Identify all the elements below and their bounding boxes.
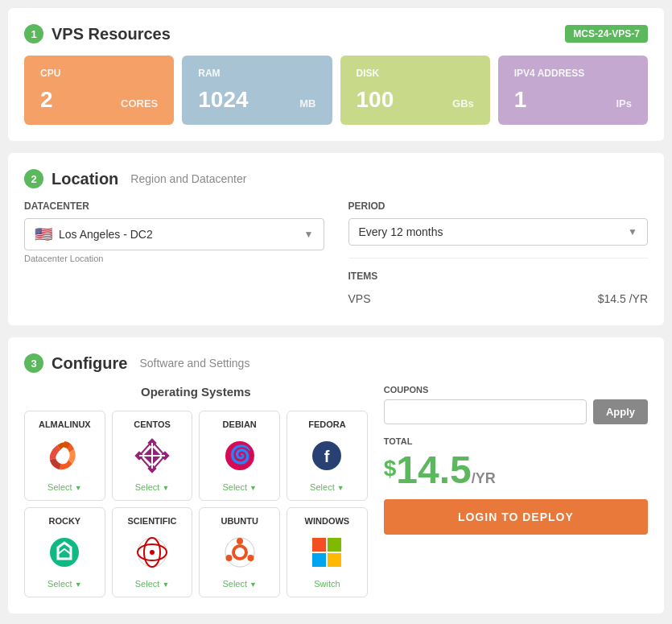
cpu-card: CPU 2 CORES — [24, 56, 174, 125]
total-price: $14.5/YR — [384, 451, 648, 490]
period-label: PERIOD — [348, 200, 649, 212]
os-card-windows[interactable]: WINDOWS Switch — [287, 507, 368, 597]
us-flag-icon: 🇺🇸 — [35, 225, 52, 243]
total-label: TOTAL — [384, 436, 648, 446]
period-chevron-icon: ▼ — [628, 226, 637, 238]
os-centos-name: CENTOS — [117, 419, 188, 429]
svg-point-19 — [237, 538, 243, 544]
datacenter-value: Los Angeles - DC2 — [59, 228, 153, 241]
section1-title: VPS Resources — [52, 25, 171, 43]
svg-rect-22 — [312, 538, 326, 552]
ram-value: 1024 — [198, 87, 248, 113]
datacenter-hint: Datacenter Location — [24, 254, 324, 263]
cpu-label: CPU — [40, 68, 158, 79]
cpu-value: 2 — [40, 87, 53, 113]
fedora-icon: f — [307, 436, 347, 476]
os-card-ubuntu[interactable]: UBUNTU Select ▼ — [199, 507, 280, 597]
ipv4-card: IPV4 ADDRESS 1 IPs — [498, 56, 648, 125]
step-1-badge: 1 — [24, 24, 43, 43]
ram-card: RAM 1024 MB — [182, 56, 332, 125]
os-card-rocky[interactable]: ROCKY Select ▼ — [24, 507, 105, 597]
total-period: /YR — [472, 470, 496, 486]
os-debian-name: DEBIAN — [204, 419, 275, 429]
datacenter-label: Datacenter — [24, 200, 324, 212]
disk-card: DISK 100 GBs — [340, 56, 490, 125]
os-grid: ALMALINUX — [24, 411, 368, 597]
currency-symbol: $ — [384, 451, 397, 480]
ram-unit: MB — [299, 97, 315, 110]
os-card-almalinux[interactable]: ALMALINUX — [24, 411, 105, 501]
items-name: VPS — [348, 292, 371, 305]
deploy-button[interactable]: LOGIN TO DEPLOY — [384, 499, 648, 535]
ipv4-value: 1 — [514, 87, 527, 113]
section3-title: Configure — [52, 354, 127, 373]
almalinux-icon — [44, 436, 85, 476]
os-rocky-name: ROCKY — [29, 516, 101, 526]
scientific-select-btn[interactable]: Select ▼ — [117, 579, 188, 589]
svg-point-20 — [225, 555, 232, 561]
scientific-icon — [132, 532, 172, 572]
debian-select-btn[interactable]: Select ▼ — [204, 482, 275, 492]
ubuntu-icon — [220, 532, 260, 572]
windows-icon — [307, 532, 347, 572]
section3-subtitle: Software and Settings — [139, 357, 249, 370]
os-card-scientific[interactable]: SCIENTIFIC Select ▼ — [112, 507, 193, 597]
os-ubuntu-name: UBUNTU — [204, 516, 275, 526]
svg-rect-24 — [312, 553, 326, 567]
disk-value: 100 — [357, 87, 394, 113]
os-fedora-name: FEDORA — [291, 419, 363, 429]
debian-icon: 🌀 — [220, 436, 260, 476]
apply-button[interactable]: Apply — [593, 399, 648, 424]
step-3-badge: 3 — [24, 353, 43, 373]
vps-badge: MCS-24-VPS-7 — [565, 25, 648, 43]
svg-point-16 — [150, 550, 155, 555]
section2-subtitle: Region and Datacenter — [130, 172, 246, 185]
rocky-select-btn[interactable]: Select ▼ — [29, 579, 101, 589]
total-value: 14.5 — [396, 448, 471, 491]
disk-label: DISK — [357, 68, 474, 79]
period-value: Every 12 months — [359, 225, 443, 238]
os-card-fedora[interactable]: FEDORA f Select ▼ — [287, 411, 368, 501]
ipv4-unit: IPs — [616, 97, 632, 110]
coupon-input[interactable] — [384, 399, 587, 424]
chevron-down-icon: ▼ — [304, 229, 314, 240]
os-card-centos[interactable]: CENTOS — [112, 411, 193, 501]
os-almalinux-name: ALMALINUX — [29, 419, 101, 429]
items-label: ITEMS — [348, 271, 649, 282]
os-section-title: Operating Systems — [24, 385, 368, 399]
disk-unit: GBs — [452, 97, 474, 110]
os-card-debian[interactable]: DEBIAN 🌀 Select ▼ — [199, 411, 280, 501]
items-price: $14.5 /YR — [598, 292, 648, 305]
section2-title: Location — [52, 170, 118, 188]
svg-point-21 — [247, 555, 254, 561]
svg-text:🌀: 🌀 — [229, 444, 251, 465]
cpu-unit: CORES — [121, 97, 158, 110]
ubuntu-select-btn[interactable]: Select ▼ — [204, 579, 275, 589]
ipv4-label: IPV4 ADDRESS — [514, 68, 632, 79]
period-select[interactable]: Every 12 months ▼ — [348, 218, 649, 246]
windows-select-btn[interactable]: Switch — [291, 579, 363, 589]
centos-select-btn[interactable]: Select ▼ — [117, 482, 188, 492]
fedora-select-btn[interactable]: Select ▼ — [291, 482, 363, 492]
svg-text:f: f — [324, 448, 330, 465]
os-scientific-name: SCIENTIFIC — [117, 516, 188, 526]
os-windows-name: WINDOWS — [291, 516, 363, 526]
svg-rect-23 — [328, 538, 341, 552]
centos-icon — [132, 436, 172, 476]
ram-label: RAM — [198, 68, 315, 79]
rocky-icon — [44, 532, 85, 572]
datacenter-select[interactable]: 🇺🇸 Los Angeles - DC2 ▼ — [24, 218, 324, 250]
svg-rect-25 — [328, 553, 341, 567]
coupons-label: COUPONS — [384, 385, 648, 395]
step-2-badge: 2 — [24, 169, 43, 188]
almalinux-select-btn[interactable]: Select ▼ — [29, 482, 101, 492]
